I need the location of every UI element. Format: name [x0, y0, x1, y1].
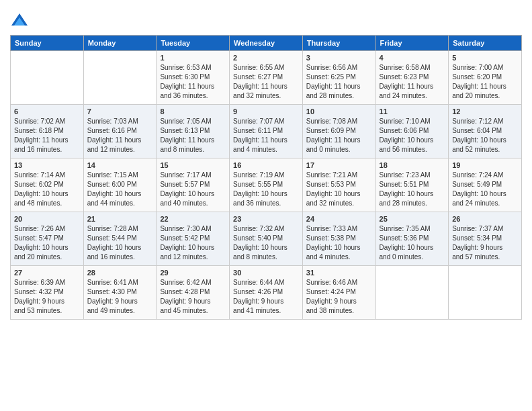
weekday-header-wednesday: Wednesday: [230, 36, 303, 51]
cell-info: Sunrise: 7:24 AM Sunset: 5:49 PM Dayligh…: [452, 171, 518, 208]
cell-info: Sunrise: 7:03 AM Sunset: 6:16 PM Dayligh…: [87, 117, 153, 154]
day-number: 2: [233, 54, 299, 62]
weekday-header-tuesday: Tuesday: [157, 36, 230, 51]
calendar-cell: 16Sunrise: 7:19 AM Sunset: 5:55 PM Dayli…: [230, 158, 303, 212]
day-number: 30: [233, 269, 299, 277]
day-number: 27: [14, 269, 80, 277]
calendar-week-4: 20Sunrise: 7:26 AM Sunset: 5:47 PM Dayli…: [11, 212, 522, 266]
calendar-cell: 7Sunrise: 7:03 AM Sunset: 6:16 PM Daylig…: [83, 105, 157, 158]
cell-info: Sunrise: 7:23 AM Sunset: 5:51 PM Dayligh…: [380, 171, 445, 208]
calendar-cell: 6Sunrise: 7:02 AM Sunset: 6:18 PM Daylig…: [11, 105, 84, 158]
day-number: 12: [452, 107, 518, 116]
day-number: 4: [380, 54, 445, 62]
day-number: 15: [160, 161, 226, 169]
cell-info: Sunrise: 7:00 AM Sunset: 6:20 PM Dayligh…: [452, 63, 518, 101]
calendar-cell: 13Sunrise: 7:14 AM Sunset: 6:02 PM Dayli…: [11, 158, 84, 212]
calendar-cell: 10Sunrise: 7:08 AM Sunset: 6:09 PM Dayli…: [302, 105, 375, 158]
calendar-cell: 4Sunrise: 6:58 AM Sunset: 6:23 PM Daylig…: [375, 51, 449, 105]
calendar-cell: 21Sunrise: 7:28 AM Sunset: 5:44 PM Dayli…: [83, 212, 157, 266]
calendar-week-2: 6Sunrise: 7:02 AM Sunset: 6:18 PM Daylig…: [11, 105, 522, 158]
day-number: 22: [160, 215, 226, 223]
cell-info: Sunrise: 7:08 AM Sunset: 6:09 PM Dayligh…: [306, 117, 372, 154]
cell-info: Sunrise: 7:19 AM Sunset: 5:55 PM Dayligh…: [233, 171, 299, 208]
day-number: 3: [306, 54, 372, 62]
day-number: 11: [380, 107, 445, 116]
calendar-cell: 18Sunrise: 7:23 AM Sunset: 5:51 PM Dayli…: [375, 158, 449, 212]
cell-info: Sunrise: 6:55 AM Sunset: 6:27 PM Dayligh…: [233, 63, 299, 101]
cell-info: Sunrise: 7:32 AM Sunset: 5:40 PM Dayligh…: [233, 224, 299, 262]
cell-info: Sunrise: 7:37 AM Sunset: 5:34 PM Dayligh…: [452, 224, 518, 262]
day-number: 26: [452, 215, 518, 223]
day-number: 13: [14, 161, 80, 169]
calendar-cell: 20Sunrise: 7:26 AM Sunset: 5:47 PM Dayli…: [11, 212, 84, 266]
calendar-cell: 19Sunrise: 7:24 AM Sunset: 5:49 PM Dayli…: [449, 158, 522, 212]
day-number: 25: [380, 215, 445, 223]
day-number: 5: [452, 54, 518, 62]
cell-info: Sunrise: 7:05 AM Sunset: 6:13 PM Dayligh…: [160, 117, 226, 154]
logo-icon: [10, 12, 29, 31]
cell-info: Sunrise: 7:17 AM Sunset: 5:57 PM Dayligh…: [160, 171, 226, 208]
cell-info: Sunrise: 7:28 AM Sunset: 5:44 PM Dayligh…: [87, 224, 153, 262]
day-number: 31: [306, 269, 372, 277]
cell-info: Sunrise: 7:26 AM Sunset: 5:47 PM Dayligh…: [14, 224, 80, 262]
cell-info: Sunrise: 6:46 AM Sunset: 4:24 PM Dayligh…: [306, 278, 372, 316]
day-number: 1: [160, 54, 226, 62]
calendar-cell: 14Sunrise: 7:15 AM Sunset: 6:00 PM Dayli…: [83, 158, 157, 212]
calendar-cell: [449, 266, 522, 320]
header: [10, 7, 522, 31]
weekday-row: SundayMondayTuesdayWednesdayThursdayFrid…: [11, 36, 522, 51]
calendar-cell: 12Sunrise: 7:12 AM Sunset: 6:04 PM Dayli…: [449, 105, 522, 158]
calendar-cell: 9Sunrise: 7:07 AM Sunset: 6:11 PM Daylig…: [230, 105, 303, 158]
cell-info: Sunrise: 7:10 AM Sunset: 6:06 PM Dayligh…: [380, 117, 445, 154]
day-number: 18: [380, 161, 445, 169]
calendar-header: SundayMondayTuesdayWednesdayThursdayFrid…: [11, 36, 522, 51]
day-number: 23: [233, 215, 299, 223]
cell-info: Sunrise: 7:12 AM Sunset: 6:04 PM Dayligh…: [452, 117, 518, 154]
calendar-cell: 11Sunrise: 7:10 AM Sunset: 6:06 PM Dayli…: [375, 105, 449, 158]
calendar-cell: [11, 51, 84, 105]
day-number: 24: [306, 215, 372, 223]
cell-info: Sunrise: 7:30 AM Sunset: 5:42 PM Dayligh…: [160, 224, 226, 262]
day-number: 7: [87, 107, 153, 116]
weekday-header-saturday: Saturday: [449, 36, 522, 51]
calendar-week-5: 27Sunrise: 6:39 AM Sunset: 4:32 PM Dayli…: [11, 266, 522, 320]
weekday-header-monday: Monday: [83, 36, 157, 51]
day-number: 21: [87, 215, 153, 223]
day-number: 20: [14, 215, 80, 223]
cell-info: Sunrise: 7:02 AM Sunset: 6:18 PM Dayligh…: [14, 117, 80, 154]
cell-info: Sunrise: 6:39 AM Sunset: 4:32 PM Dayligh…: [14, 278, 80, 316]
logo: [10, 12, 32, 31]
cell-info: Sunrise: 6:42 AM Sunset: 4:28 PM Dayligh…: [160, 278, 226, 316]
calendar-cell: 24Sunrise: 7:33 AM Sunset: 5:38 PM Dayli…: [302, 212, 375, 266]
calendar-cell: [83, 51, 157, 105]
day-number: 28: [87, 269, 153, 277]
day-number: 9: [233, 107, 299, 116]
day-number: 17: [306, 161, 372, 169]
calendar-cell: 3Sunrise: 6:56 AM Sunset: 6:25 PM Daylig…: [302, 51, 375, 105]
calendar-week-3: 13Sunrise: 7:14 AM Sunset: 6:02 PM Dayli…: [11, 158, 522, 212]
day-number: 6: [14, 107, 80, 116]
weekday-header-friday: Friday: [375, 36, 449, 51]
calendar-cell: 8Sunrise: 7:05 AM Sunset: 6:13 PM Daylig…: [157, 105, 230, 158]
cell-info: Sunrise: 7:07 AM Sunset: 6:11 PM Dayligh…: [233, 117, 299, 154]
calendar-cell: 28Sunrise: 6:41 AM Sunset: 4:30 PM Dayli…: [83, 266, 157, 320]
cell-info: Sunrise: 6:41 AM Sunset: 4:30 PM Dayligh…: [87, 278, 153, 316]
cell-info: Sunrise: 6:58 AM Sunset: 6:23 PM Dayligh…: [380, 63, 445, 101]
weekday-header-thursday: Thursday: [302, 36, 375, 51]
calendar-cell: [375, 266, 449, 320]
calendar-cell: 29Sunrise: 6:42 AM Sunset: 4:28 PM Dayli…: [157, 266, 230, 320]
calendar-cell: 15Sunrise: 7:17 AM Sunset: 5:57 PM Dayli…: [157, 158, 230, 212]
day-number: 16: [233, 161, 299, 169]
calendar-cell: 22Sunrise: 7:30 AM Sunset: 5:42 PM Dayli…: [157, 212, 230, 266]
day-number: 29: [160, 269, 226, 277]
cell-info: Sunrise: 6:53 AM Sunset: 6:30 PM Dayligh…: [160, 63, 226, 101]
calendar-week-1: 1Sunrise: 6:53 AM Sunset: 6:30 PM Daylig…: [11, 51, 522, 105]
calendar-table: SundayMondayTuesdayWednesdayThursdayFrid…: [10, 35, 522, 320]
cell-info: Sunrise: 7:35 AM Sunset: 5:36 PM Dayligh…: [380, 224, 445, 262]
cell-info: Sunrise: 6:56 AM Sunset: 6:25 PM Dayligh…: [306, 63, 372, 101]
calendar-cell: 30Sunrise: 6:44 AM Sunset: 4:26 PM Dayli…: [230, 266, 303, 320]
calendar-cell: 2Sunrise: 6:55 AM Sunset: 6:27 PM Daylig…: [230, 51, 303, 105]
calendar-cell: 17Sunrise: 7:21 AM Sunset: 5:53 PM Dayli…: [302, 158, 375, 212]
calendar-cell: 26Sunrise: 7:37 AM Sunset: 5:34 PM Dayli…: [449, 212, 522, 266]
calendar-cell: 27Sunrise: 6:39 AM Sunset: 4:32 PM Dayli…: [11, 266, 84, 320]
